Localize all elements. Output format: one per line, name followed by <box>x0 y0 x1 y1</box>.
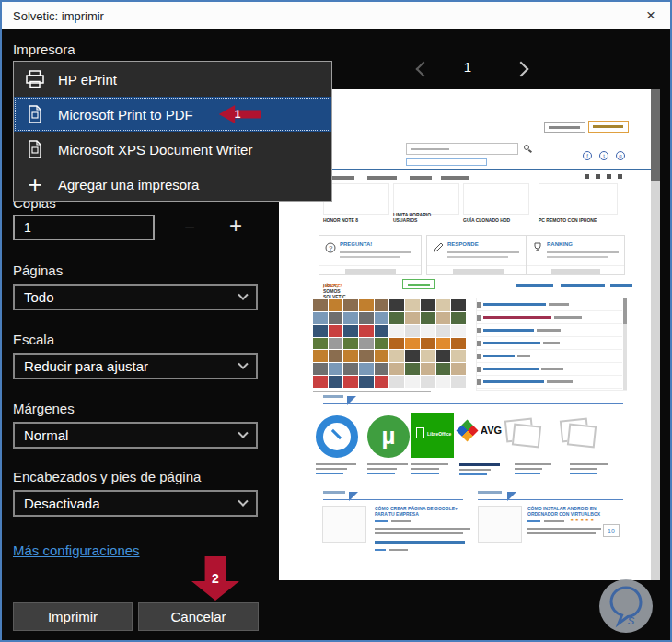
software-caption <box>316 468 347 470</box>
question-icon: ? <box>325 242 336 253</box>
print-button[interactable]: Imprimir <box>13 602 133 631</box>
article-text-line <box>375 528 470 530</box>
avatar-cell <box>375 325 389 337</box>
software-caption <box>459 463 500 466</box>
window-title: Solvetic: imprimir <box>2 9 104 23</box>
headers-footers-label: Encabezados y pies de página <box>13 469 201 484</box>
preview-menu-item <box>330 176 354 180</box>
avatar-cell <box>329 299 343 311</box>
avatar-cell <box>313 363 328 375</box>
scale-select-value: Reducir para ajustar <box>24 358 148 374</box>
avatar-cell <box>313 312 328 324</box>
topic-card-box <box>463 183 529 215</box>
scale-select[interactable]: Reducir para ajustar <box>13 353 258 379</box>
printer-option-print-to-pdf[interactable]: Microsoft Print to PDF 1 <box>14 97 331 132</box>
software-caption <box>459 473 487 475</box>
more-settings-link[interactable]: Más configuraciones <box>13 543 140 558</box>
avatar-cell <box>389 363 404 375</box>
avatar-cell <box>405 299 420 311</box>
feature-card-pregunta: ? PREGUNTA! <box>319 235 422 275</box>
preview-menu-item <box>441 176 469 180</box>
preview-menu-item <box>367 176 397 180</box>
avatar-cell <box>451 363 466 375</box>
feature-card-title: PREGUNTA! <box>340 241 372 247</box>
article-image-placeholder <box>478 506 522 543</box>
feature-card-ranking: RANKING <box>526 235 625 275</box>
avatar-cell <box>405 325 420 337</box>
preview-page-scrollbar <box>651 89 660 580</box>
pages-select[interactable]: Todo <box>13 284 258 310</box>
avatar-cell <box>421 312 435 324</box>
preview-signup-button <box>588 121 629 133</box>
avatar-grid <box>313 299 466 388</box>
printer-option-xps-writer[interactable]: Microsoft XPS Document Writer <box>14 132 331 167</box>
preview-tab <box>610 284 632 287</box>
printer-option-add-printer[interactable]: + Agregar una impresora <box>14 167 331 202</box>
avatar-cell <box>389 312 404 324</box>
printer-dropdown-list: HP ePrint Microsoft Print to PDF 1 Micro… <box>13 61 332 202</box>
software-caption <box>316 473 343 474</box>
headers-footers-select-value: Desactivada <box>24 496 100 511</box>
chevron-down-icon <box>238 358 248 368</box>
printer-option-label: Microsoft Print to PDF <box>58 107 193 123</box>
print-dialog-window: Solvetic: imprimir × Impresora HP ePrint… <box>0 0 672 642</box>
avatar-cell <box>436 312 451 324</box>
avatar-cell <box>451 338 466 350</box>
avatar-cell <box>375 363 389 375</box>
avatar-cell <box>313 350 328 362</box>
preview-tab <box>561 284 605 287</box>
step-2-annotation-arrow: 2 <box>191 556 239 601</box>
margins-select[interactable]: Normal <box>13 422 258 449</box>
article-title-secondary <box>375 541 465 544</box>
next-page-icon[interactable] <box>514 62 529 77</box>
avatar-cell <box>329 312 343 324</box>
section-rule <box>478 499 623 500</box>
libreoffice-icon: LibreOffice <box>411 413 454 458</box>
avatar-cell <box>421 325 435 337</box>
preview-header-rule <box>279 169 660 170</box>
avatar-cell <box>343 363 358 375</box>
avatar-cell <box>405 338 420 350</box>
avatar-cell <box>313 325 328 337</box>
xps-document-icon <box>25 139 45 159</box>
avatar-cell <box>359 350 374 362</box>
software-caption <box>570 468 597 470</box>
software-caption <box>411 468 439 470</box>
printer-option-hp-eprint[interactable]: HP ePrint <box>14 62 331 97</box>
avatar-cell <box>389 299 404 311</box>
preview-category-dropdown <box>406 158 487 166</box>
pages-select-value: Todo <box>24 289 54 305</box>
copies-decrease-button[interactable]: − <box>171 214 208 241</box>
titlebar: Solvetic: imprimir × <box>2 2 670 29</box>
software-caption <box>411 463 448 465</box>
topic-card-title: HONOR NOTE 8 <box>323 217 388 223</box>
avatar-cell <box>359 299 374 311</box>
copies-input[interactable] <box>13 215 155 240</box>
avatar-cell <box>451 312 466 324</box>
avatar-cell <box>359 376 374 388</box>
topic-card-box <box>393 183 459 215</box>
copies-increase-button[interactable]: + <box>217 212 254 239</box>
headers-footers-select[interactable]: Desactivada <box>13 490 258 517</box>
preview-toolbar-icon <box>618 174 622 179</box>
avatar-cell <box>329 376 343 388</box>
avatar-cell <box>375 299 389 311</box>
previous-page-icon[interactable] <box>416 62 432 77</box>
libreoffice-label: LibreOffice <box>427 431 451 437</box>
printer-option-label: Microsoft XPS Document Writer <box>58 142 252 158</box>
step-2-number: 2 <box>191 571 239 586</box>
cancel-button[interactable]: Cancelar <box>138 602 259 631</box>
avatar-cell <box>375 376 389 388</box>
avatar-cell <box>389 338 404 350</box>
trophy-icon <box>532 242 543 253</box>
close-icon[interactable]: × <box>631 6 670 25</box>
avatar-cell <box>436 299 451 311</box>
preview-toolbar-icon <box>607 174 611 179</box>
photo-placeholder-icon <box>557 415 601 454</box>
preview-toolbar-icon <box>585 174 589 179</box>
avatar-cell <box>329 325 343 337</box>
topic-card-box <box>323 183 389 215</box>
avatar-cell <box>451 325 466 337</box>
avatar-cell <box>405 363 420 375</box>
avatar-cell <box>405 350 420 362</box>
